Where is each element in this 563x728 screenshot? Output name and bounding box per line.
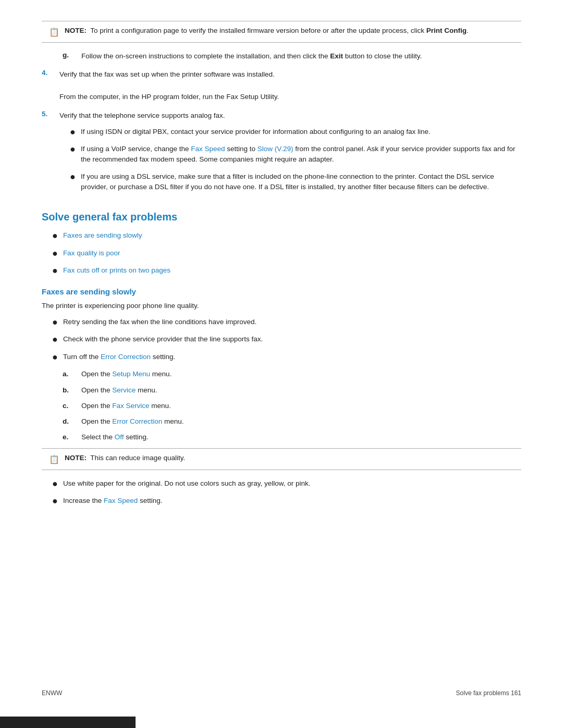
bullet-5-2-mid: setting to [225,145,258,153]
fax-speed-link-2[interactable]: Fax Speed [104,497,138,504]
error-correction-link-1[interactable]: Error Correction [101,353,151,361]
step-5-text: Verify that the telephone service suppor… [59,110,521,121]
step-5-num: 5. [42,110,51,199]
section-bullet-2: ● [52,248,58,260]
sub-bullet-dot-3: ● [52,352,58,363]
step-4-num: 4. [42,69,51,103]
bullet-5-3: ● If you are using a DSL service, make s… [70,171,521,193]
section-bullet-3: ● [52,265,58,277]
note-content-bottom: This can reduce image quality. [90,454,185,462]
alpha-e-before: Select the [81,433,115,441]
step-4-sub: From the computer, in the HP program fol… [59,91,521,103]
bullet-5-3-text: If you are using a DSL service, make sur… [81,171,521,193]
step-g-label: g. [63,51,72,61]
sub-bullet-1: ● Retry sending the fax when the line co… [52,317,521,328]
alpha-step-b: b. Open the Service menu. [63,385,521,396]
alpha-content-a: Open the Setup Menu menu. [81,369,172,379]
note-label-top: NOTE: [65,27,87,34]
alpha-content-e: Select the Off setting. [81,432,149,442]
bullet-5-2-content: If using a VoIP service, change the Fax … [81,144,521,165]
alpha-steps: a. Open the Setup Menu menu. b. Open the… [63,369,521,442]
alpha-d-before: Open the [81,417,112,425]
fax-service-link[interactable]: Fax Service [112,402,149,410]
subsection-title: Faxes are sending slowly [42,287,521,296]
sub-bullet-2: ● Check with the phone service provider … [52,334,521,346]
section-link-item-3: ● Fax cuts off or prints on two pages [52,265,521,277]
bullet-5-2-before: If using a VoIP service, change the [81,145,191,153]
alpha-d-end: menu. [162,417,183,425]
alpha-label-b: b. [63,385,72,396]
sub-bullet-3-content: Turn off the Error Correction setting. [63,352,175,362]
sub-bullet2-1-text: Use white paper for the original. Do not… [63,478,311,489]
bullet-5-1: ● If using ISDN or digital PBX, contact … [70,127,521,138]
footer-left: ENWW [42,689,62,697]
sub-bullet2-2-end: setting. [138,497,162,504]
note-content-top: To print a configuration page to verify … [90,27,426,34]
note-text-bottom: NOTE: This can reduce image quality. [65,454,185,462]
note-bold-top: Print Config [426,27,467,34]
alpha-b-before: Open the [81,386,112,394]
sub-bullet-3-end: setting. [151,353,175,361]
alpha-label-e: e. [63,432,72,442]
setup-menu-link[interactable]: Setup Menu [112,370,150,378]
alpha-content-c: Open the Fax Service menu. [81,401,171,411]
sub-bullet2-1: ● Use white paper for the original. Do n… [52,478,521,490]
step-5-content: Verify that the telephone service suppor… [59,110,521,199]
subsection-bullets-2: ● Use white paper for the original. Do n… [52,478,521,507]
bullet-dot-1: ● [70,127,76,138]
faxes-sending-slowly-link[interactable]: Faxes are sending slowly [63,230,142,241]
sub-bullet-dot-1: ● [52,317,58,328]
note-label-bottom: NOTE: [65,454,87,462]
error-correction-link-2[interactable]: Error Correction [112,417,162,425]
step-g: g. Follow the on-screen instructions to … [63,51,521,61]
alpha-step-d: d. Open the Error Correction menu. [63,416,521,427]
off-link[interactable]: Off [115,433,124,441]
sub-bullet-3-before: Turn off the [63,353,101,361]
sub-bullet-1-text: Retry sending the fax when the line cond… [63,317,256,327]
alpha-step-c: c. Open the Fax Service menu. [63,401,521,411]
page: 📋 NOTE: To print a configuration page to… [0,0,563,728]
step-5-bullets: ● If using ISDN or digital PBX, contact … [70,127,521,193]
step-g-content: Follow the on-screen instructions to com… [81,51,422,61]
section-bullet-1: ● [52,230,58,242]
bullet-5-1-text: If using ISDN or digital PBX, contact yo… [81,127,431,137]
alpha-e-end: setting. [124,433,149,441]
sub-bullet2-dot-2: ● [52,496,58,507]
section-link-item-2: ● Fax quality is poor [52,248,521,260]
footer: ENWW Solve fax problems 161 [0,689,563,697]
note-icon-bottom: 📋 [49,454,59,464]
alpha-label-a: a. [63,369,72,379]
step-4-text: Verify that the fax was set up when the … [59,69,521,80]
note-box-bottom: 📋 NOTE: This can reduce image quality. [42,448,521,470]
section-links-list: ● Faxes are sending slowly ● Fax quality… [52,230,521,277]
service-link[interactable]: Service [112,386,136,394]
sub-bullet2-2-before: Increase the [63,497,104,504]
note-end-top: . [467,27,469,34]
alpha-a-before: Open the [81,370,112,378]
note-text-top: NOTE: To print a configuration page to v… [65,27,469,34]
alpha-label-c: c. [63,401,72,411]
step-g-text: Follow the on-screen instructions to com… [81,52,330,60]
slow-v29-link[interactable]: Slow (V.29) [258,145,293,153]
footer-bar [0,717,136,728]
step-5: 5. Verify that the telephone service sup… [42,110,521,199]
sub-bullet-dot-2: ● [52,334,58,346]
sub-bullet2-dot-1: ● [52,478,58,490]
alpha-c-before: Open the [81,402,112,410]
fax-quality-poor-link[interactable]: Fax quality is poor [63,248,120,258]
fax-cuts-off-link[interactable]: Fax cuts off or prints on two pages [63,265,170,276]
alpha-a-end: menu. [150,370,172,378]
section-title: Solve general fax problems [42,211,521,223]
step-4-content: Verify that the fax was set up when the … [59,69,521,103]
alpha-c-end: menu. [150,402,171,410]
section-link-item-1: ● Faxes are sending slowly [52,230,521,242]
alpha-step-e: e. Select the Off setting. [63,432,521,442]
bullet-5-2: ● If using a VoIP service, change the Fa… [70,144,521,165]
fax-speed-link-1[interactable]: Fax Speed [191,145,225,153]
note-icon-top: 📋 [49,27,59,37]
note-box-top: 📋 NOTE: To print a configuration page to… [42,21,521,43]
sub-bullet-3: ● Turn off the Error Correction setting. [52,352,521,363]
subsection-intro: The printer is experiencing poor phone l… [42,300,521,312]
alpha-b-end: menu. [136,386,157,394]
step-g-end: button to close the utility. [343,52,422,60]
